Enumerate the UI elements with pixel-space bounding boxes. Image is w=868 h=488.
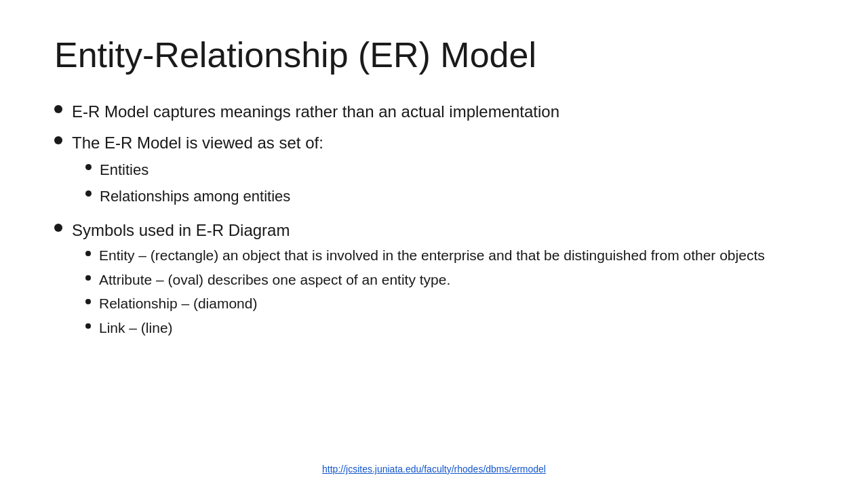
list-item-2: The E-R Model is viewed as set of: Entit… bbox=[54, 131, 814, 211]
slide-content: E-R Model captures meanings rather than … bbox=[54, 100, 814, 342]
bullet-icon-1 bbox=[54, 105, 62, 113]
sub-list-item-3-1-text: Entity – (rectangle) an object that is i… bbox=[99, 245, 814, 265]
sub-list-item-2-2: Relationships among entities bbox=[85, 185, 814, 207]
slide: Entity-Relationship (ER) Model E-R Model… bbox=[0, 0, 868, 488]
sub-list-item-3-2: Attribute – (oval) describes one aspect … bbox=[85, 270, 814, 289]
sub-bullet-icon-2-1 bbox=[85, 164, 92, 170]
sub-list-item-2-1-text: Entities bbox=[100, 159, 814, 181]
sub-list-3: Entity – (rectangle) an object that is i… bbox=[72, 245, 814, 338]
bullet-icon-3 bbox=[54, 224, 62, 232]
list-item-3-text: Symbols used in E-R Diagram Entity – (re… bbox=[72, 218, 814, 342]
sub-bullet-icon-3-3 bbox=[85, 299, 91, 304]
list-item-1: E-R Model captures meanings rather than … bbox=[54, 100, 814, 124]
main-list: E-R Model captures meanings rather than … bbox=[54, 100, 814, 342]
footer-link[interactable]: http://jcsites.juniata.edu/faculty/rhode… bbox=[322, 464, 546, 474]
sub-list-item-2-1: Entities bbox=[85, 159, 814, 181]
list-item-2-text: The E-R Model is viewed as set of: Entit… bbox=[72, 131, 814, 211]
sub-list-item-2-2-text: Relationships among entities bbox=[100, 185, 814, 207]
sub-list-item-3-3-text: Relationship – (diamond) bbox=[99, 293, 814, 313]
sub-list-item-3-4: Link – (line) bbox=[85, 318, 814, 338]
sub-bullet-icon-3-1 bbox=[85, 251, 91, 256]
sub-list-item-3-2-text: Attribute – (oval) describes one aspect … bbox=[99, 270, 814, 289]
sub-list-item-3-1: Entity – (rectangle) an object that is i… bbox=[85, 245, 814, 265]
sub-bullet-icon-3-4 bbox=[85, 323, 91, 329]
sub-list-item-3-3: Relationship – (diamond) bbox=[85, 293, 814, 313]
sub-bullet-icon-2-2 bbox=[85, 190, 92, 197]
sub-bullet-icon-3-2 bbox=[85, 275, 91, 281]
slide-title: Entity-Relationship (ER) Model bbox=[54, 34, 814, 76]
sub-list-2: Entities Relationships among entities bbox=[72, 159, 814, 207]
list-item-1-text: E-R Model captures meanings rather than … bbox=[72, 100, 814, 124]
bullet-icon-2 bbox=[54, 136, 62, 144]
list-item-3: Symbols used in E-R Diagram Entity – (re… bbox=[54, 218, 814, 342]
sub-list-item-3-4-text: Link – (line) bbox=[99, 318, 814, 338]
